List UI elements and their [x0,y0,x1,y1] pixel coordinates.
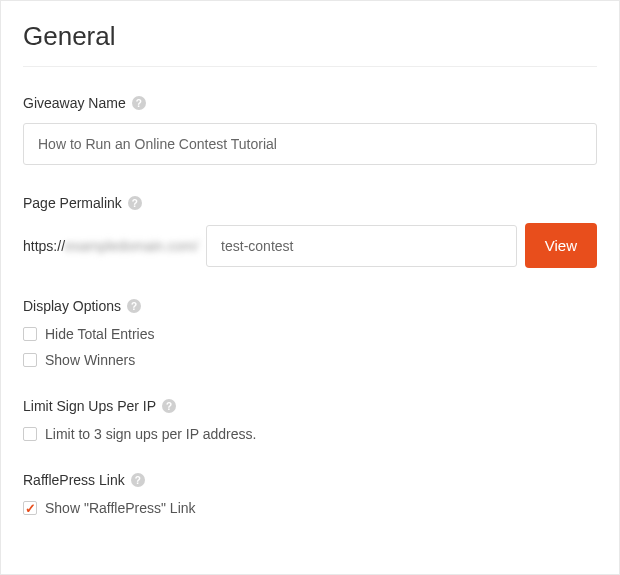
help-icon[interactable]: ? [132,96,146,110]
help-icon[interactable]: ? [162,399,176,413]
permalink-label: Page Permalink ? [23,195,597,211]
limit-signups-label-text: Limit Sign Ups Per IP [23,398,156,414]
rafflepress-link-option-row: Show "RafflePress" Link [23,500,597,516]
giveaway-name-label-text: Giveaway Name [23,95,126,111]
giveaway-name-input[interactable] [23,123,597,165]
hide-total-entries-label: Hide Total Entries [45,326,154,342]
permalink-label-text: Page Permalink [23,195,122,211]
permalink-group: Page Permalink ? https://exampledomain.c… [23,195,597,268]
permalink-row: https://exampledomain.com/ View [23,223,597,268]
limit-signups-option-row: Limit to 3 sign ups per IP address. [23,426,597,442]
hide-total-entries-checkbox[interactable] [23,327,37,341]
help-icon[interactable]: ? [128,196,142,210]
permalink-slug-input[interactable] [206,225,517,267]
view-button[interactable]: View [525,223,597,268]
hide-total-entries-row: Hide Total Entries [23,326,597,342]
display-options-group: Display Options ? Hide Total Entries Sho… [23,298,597,368]
help-icon[interactable]: ? [127,299,141,313]
permalink-protocol: https:// [23,238,65,254]
show-winners-checkbox[interactable] [23,353,37,367]
rafflepress-link-group: RafflePress Link ? Show "RafflePress" Li… [23,472,597,516]
permalink-domain-blurred: exampledomain.com/ [65,238,198,254]
general-settings-panel: General Giveaway Name ? Page Permalink ?… [0,0,620,575]
rafflepress-link-option-label: Show "RafflePress" Link [45,500,196,516]
limit-signups-label: Limit Sign Ups Per IP ? [23,398,597,414]
show-winners-label: Show Winners [45,352,135,368]
giveaway-name-group: Giveaway Name ? [23,95,597,165]
giveaway-name-label: Giveaway Name ? [23,95,597,111]
display-options-label: Display Options ? [23,298,597,314]
panel-title: General [23,21,597,52]
limit-signups-checkbox[interactable] [23,427,37,441]
show-winners-row: Show Winners [23,352,597,368]
divider [23,66,597,67]
help-icon[interactable]: ? [131,473,145,487]
limit-signups-option-label: Limit to 3 sign ups per IP address. [45,426,256,442]
rafflepress-link-checkbox[interactable] [23,501,37,515]
limit-signups-group: Limit Sign Ups Per IP ? Limit to 3 sign … [23,398,597,442]
display-options-label-text: Display Options [23,298,121,314]
permalink-prefix: https://exampledomain.com/ [23,238,198,254]
rafflepress-link-label-text: RafflePress Link [23,472,125,488]
rafflepress-link-label: RafflePress Link ? [23,472,597,488]
